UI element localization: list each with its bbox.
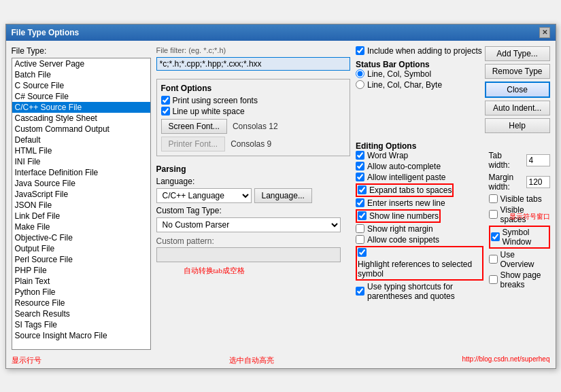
show-page-breaks-label: Show page breaks	[500, 270, 550, 289]
visible-tabs-checkbox[interactable]	[489, 194, 498, 203]
list-item[interactable]: Plain Text	[12, 276, 150, 287]
window-title: File Type Options	[12, 28, 80, 37]
add-type-button[interactable]: Add Type...	[485, 46, 550, 61]
enter-inserts-label: Enter inserts new line	[367, 198, 445, 208]
allow-code-snippets-checkbox[interactable]	[356, 235, 364, 244]
symbol-window-container: Symbol Window 显示符号窗口	[489, 226, 550, 249]
printer-font-button[interactable]: Printer Font...	[161, 137, 226, 152]
filter-row: File filter: (eg. *.c;*.h)	[156, 46, 351, 71]
title-bar: File Type Options ✕	[6, 24, 556, 41]
custom-tag-select[interactable]: No Custom Parser	[156, 217, 341, 232]
list-item[interactable]: HTML File	[12, 145, 150, 156]
list-item[interactable]: Java Source File	[12, 178, 150, 189]
list-item[interactable]: Batch File	[12, 69, 150, 80]
lang-row: C/C++ Language Language...	[156, 188, 351, 203]
word-wrap-label: Word Wrap	[367, 151, 408, 160]
intelligent-paste-row: Allow intelligent paste	[356, 173, 483, 182]
list-item[interactable]: Link Def File	[12, 211, 150, 221]
list-item[interactable]: Search Results	[12, 308, 150, 319]
highlight-refs-highlighted: Highlight references to selected symbol	[356, 246, 483, 281]
tab-width-row: Tab width:	[489, 151, 550, 170]
symbol-window-highlighted: Symbol Window	[489, 226, 550, 249]
status-radio-line-col-char[interactable]	[356, 80, 364, 89]
tab-width-label: Tab width:	[489, 151, 524, 170]
font-options-title: Font Options	[161, 84, 346, 93]
list-item[interactable]: Custom Command Output	[12, 124, 150, 135]
auto-complete-label: Allow auto-complete	[367, 162, 441, 171]
print-screen-row: Print using screen fonts	[161, 96, 346, 105]
intelligent-paste-checkbox[interactable]	[356, 173, 364, 181]
list-item[interactable]: Objective-C File	[12, 232, 150, 243]
use-overview-checkbox[interactable]	[489, 255, 498, 264]
word-wrap-checkbox[interactable]	[356, 151, 364, 160]
left-panel: File Type: Active Server PageBatch FileC…	[12, 46, 151, 350]
help-button[interactable]: Help	[485, 118, 550, 133]
list-item[interactable]: Cascading Style Sheet	[12, 113, 150, 124]
file-type-label: File Type:	[12, 46, 151, 56]
screen-font-button[interactable]: Screen Font...	[161, 119, 227, 134]
print-screen-label: Print using screen fonts	[173, 96, 258, 105]
list-item[interactable]: Active Server Page	[12, 58, 150, 69]
close-button-main[interactable]: Close	[485, 82, 550, 98]
allow-code-snippets-label: Allow code snippets	[367, 235, 439, 245]
intelligent-paste-label: Allow intelligent paste	[367, 173, 445, 182]
show-page-breaks-checkbox[interactable]	[489, 275, 498, 284]
status-bar-title: Status Bar Options	[356, 60, 482, 69]
enter-inserts-row: Enter inserts new line	[356, 198, 483, 208]
list-item[interactable]: Output File	[12, 243, 150, 254]
filter-label: File filter: (eg. *.c;*.h)	[156, 46, 351, 54]
include-checkbox-row: Include when adding to projects	[356, 46, 482, 56]
list-item[interactable]: INI File	[12, 156, 150, 167]
custom-pattern-input[interactable]	[156, 247, 341, 262]
file-type-listbox[interactable]: Active Server PageBatch FileC Source Fil…	[12, 58, 151, 350]
custom-tag-label: Custom Tag Type:	[156, 206, 351, 215]
auto-complete-checkbox[interactable]	[356, 162, 364, 171]
allow-code-snippets-row: Allow code snippets	[356, 235, 483, 245]
list-item[interactable]: Default	[12, 135, 150, 145]
watermark: http://blog.csdn.net/superheq	[462, 355, 550, 366]
show-line-numbers-checkbox[interactable]	[358, 211, 367, 220]
list-item[interactable]: Perl Source File	[12, 254, 150, 265]
highlight-refs-checkbox[interactable]	[358, 248, 367, 257]
symbol-window-label: Symbol Window	[503, 228, 548, 247]
bottom-area: 显示行号 选中自动高亮 http://blog.csdn.net/superhe…	[6, 355, 556, 368]
show-right-margin-label: Show right margin	[367, 224, 433, 234]
typing-shortcuts-label: Use typing shortcuts for parentheses and…	[367, 282, 483, 301]
symbol-window-checkbox[interactable]	[491, 232, 500, 241]
margin-width-label: Margin width:	[489, 173, 524, 192]
print-screen-checkbox[interactable]	[161, 96, 170, 105]
typing-shortcuts-row: Use typing shortcuts for parentheses and…	[356, 282, 483, 301]
language-select[interactable]: C/C++ Language	[156, 188, 252, 203]
typing-shortcuts-checkbox[interactable]	[356, 287, 364, 296]
visible-spaces-checkbox[interactable]	[489, 210, 498, 219]
list-item[interactable]: Resource File	[12, 298, 150, 308]
list-item[interactable]: SI Tags File	[12, 319, 150, 330]
word-wrap-row: Word Wrap	[356, 151, 483, 160]
title-bar-buttons: ✕	[539, 27, 550, 38]
include-projects-checkbox[interactable]	[356, 46, 364, 55]
line-up-checkbox[interactable]	[161, 107, 170, 115]
status-radio-2: Line, Col, Char, Byte	[356, 80, 482, 90]
list-item[interactable]: C# Source File	[12, 91, 150, 102]
language-button[interactable]: Language...	[254, 188, 312, 203]
close-button[interactable]: ✕	[539, 27, 550, 38]
list-item[interactable]: C/C++ Source File	[12, 102, 150, 113]
expand-tabs-checkbox[interactable]	[358, 185, 367, 194]
list-item[interactable]: PHP File	[12, 265, 150, 276]
list-item[interactable]: JavaScript File	[12, 189, 150, 200]
list-item[interactable]: Source Insight Macro File	[12, 330, 150, 341]
list-item[interactable]: C Source File	[12, 80, 150, 91]
auto-indent-button[interactable]: Auto Indent...	[485, 101, 550, 115]
margin-width-input[interactable]	[526, 176, 550, 188]
list-item[interactable]: Interface Definition File	[12, 167, 150, 178]
status-radio-line-col-sym[interactable]	[356, 69, 364, 78]
visible-tabs-label: Visible tabs	[500, 194, 542, 204]
remove-type-button[interactable]: Remove Type	[485, 64, 550, 79]
tab-width-input[interactable]	[526, 154, 550, 166]
show-right-margin-checkbox[interactable]	[356, 224, 364, 233]
list-item[interactable]: Make File	[12, 221, 150, 232]
filter-input[interactable]	[156, 57, 351, 71]
list-item[interactable]: Python File	[12, 287, 150, 298]
enter-inserts-checkbox[interactable]	[356, 198, 364, 207]
list-item[interactable]: JSON File	[12, 200, 150, 211]
